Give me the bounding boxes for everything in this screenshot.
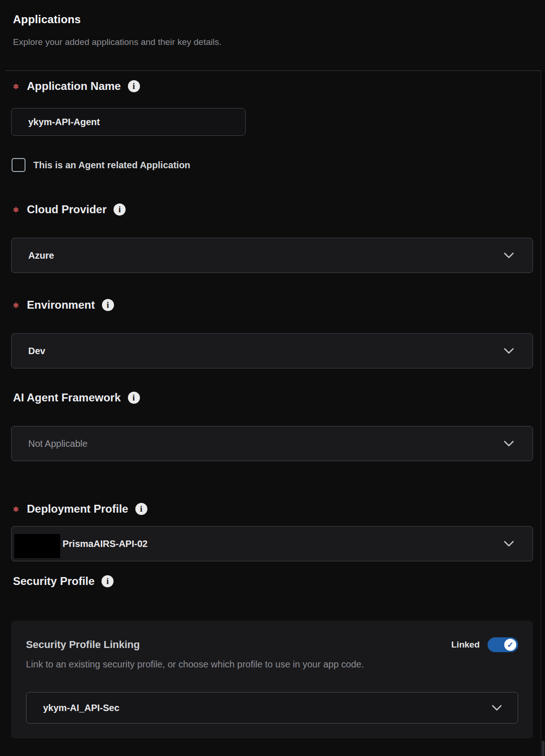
ai-agent-framework-label-row: AI Agent Framework i [11, 390, 533, 406]
cloud-provider-label-row: ✱ Cloud Provider i [11, 202, 533, 217]
security-profile-label: Security Profile [13, 575, 95, 588]
chevron-down-icon [492, 705, 502, 711]
chevron-down-icon [504, 441, 514, 447]
agent-related-checkbox-label: This is an Agent related Application [33, 160, 190, 171]
chevron-down-icon [504, 348, 514, 354]
linked-toggle-label: Linked [451, 640, 480, 650]
info-icon[interactable]: i [101, 575, 114, 587]
security-profile-card-head: Security Profile Linking Linked ✓ [26, 637, 518, 652]
environment-value: Dev [12, 346, 45, 356]
form-content: ✱ Application Name i This is an Agent re… [0, 78, 545, 738]
info-icon[interactable]: i [102, 299, 114, 311]
header-divider [6, 70, 541, 71]
info-icon[interactable]: i [128, 80, 140, 92]
cloud-provider-label: Cloud Provider [27, 203, 107, 216]
page-title: Applications [13, 13, 532, 26]
ai-agent-framework-select[interactable]: Not Applicable [11, 426, 533, 461]
deployment-profile-label-row: ✱ Deployment Profile i [11, 501, 533, 517]
redaction-box [14, 534, 60, 558]
application-name-label: Application Name [27, 80, 121, 93]
page-subtitle: Explore your added applications and thei… [13, 37, 532, 47]
required-asterisk: ✱ [13, 82, 27, 91]
security-profile-linking-description: Link to an existing security profile, or… [26, 659, 518, 670]
chevron-down-icon [504, 541, 514, 547]
environment-select[interactable]: Dev [11, 333, 533, 368]
ai-agent-framework-label: AI Agent Framework [13, 391, 121, 404]
security-profile-linking-title: Security Profile Linking [26, 639, 140, 651]
agent-related-checkbox-row: This is an Agent related Application [11, 158, 533, 172]
environment-label: Environment [27, 299, 95, 311]
page-header: Applications Explore your added applicat… [0, 0, 545, 47]
application-name-input[interactable] [11, 108, 246, 136]
deployment-profile-select[interactable]: PrismaAIRS-API-02 [11, 526, 533, 561]
chevron-down-icon [504, 253, 514, 259]
info-icon[interactable]: i [114, 203, 126, 216]
checkmark-icon: ✓ [504, 639, 516, 651]
security-profile-value: ykym-AI_API-Sec [26, 703, 120, 713]
info-icon[interactable]: i [128, 392, 140, 404]
info-icon[interactable]: i [135, 503, 147, 515]
ai-agent-framework-value: Not Applicable [12, 438, 88, 449]
required-asterisk: ✱ [13, 205, 27, 214]
security-profile-card: Security Profile Linking Linked ✓ Link t… [11, 621, 533, 738]
scrollbar-gutter [541, 71, 545, 756]
required-asterisk: ✱ [13, 504, 27, 514]
environment-label-row: ✱ Environment i [11, 297, 533, 313]
required-asterisk: ✱ [13, 300, 27, 310]
deployment-profile-label: Deployment Profile [27, 502, 128, 515]
agent-related-checkbox[interactable] [12, 158, 25, 172]
scrollbar-thumb[interactable] [542, 741, 545, 756]
cloud-provider-select[interactable]: Azure [11, 238, 533, 273]
linked-toggle[interactable]: ✓ [488, 637, 518, 652]
security-profile-label-row: Security Profile i [11, 573, 533, 589]
linked-toggle-wrap: Linked ✓ [451, 637, 518, 652]
security-profile-select[interactable]: ykym-AI_API-Sec [26, 692, 518, 724]
cloud-provider-value: Azure [12, 250, 54, 261]
application-name-label-row: ✱ Application Name i [11, 78, 533, 94]
